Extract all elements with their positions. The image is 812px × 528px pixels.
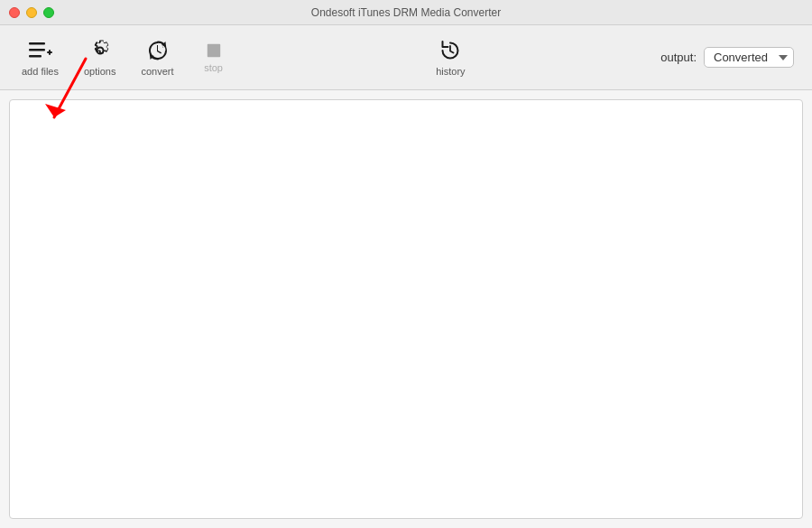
output-section: output: Converted Desktop Downloads Cust… [660,47,803,68]
stop-icon [206,42,222,59]
window-controls[interactable] [9,7,54,18]
maximize-button[interactable] [43,7,54,18]
history-button[interactable]: history [423,32,477,84]
title-bar: Ondesoft iTunes DRM Media Converter [0,0,812,25]
options-button[interactable]: options [71,32,128,84]
svg-rect-2 [29,55,42,58]
options-label: options [84,66,115,77]
svg-rect-0 [29,42,45,45]
stop-button[interactable]: stop [187,35,241,80]
gear-icon [88,39,112,62]
svg-rect-5 [207,43,219,56]
history-icon [438,39,462,62]
svg-rect-4 [49,50,51,55]
content-area [9,99,803,519]
output-label: output: [660,51,697,64]
add-files-label: add files [22,66,59,77]
convert-label: convert [141,66,173,77]
stop-label: stop [204,62,223,73]
output-select[interactable]: Converted Desktop Downloads Custom... [704,47,794,68]
history-label: history [436,66,465,77]
minimize-button[interactable] [26,7,37,18]
close-button[interactable] [9,7,20,18]
app-title: Ondesoft iTunes DRM Media Converter [311,6,501,19]
toolbar: add files options convert [0,25,812,90]
add-files-button[interactable]: add files [9,32,71,84]
svg-rect-1 [29,49,45,51]
add-files-icon [27,39,52,62]
convert-button[interactable]: convert [128,32,186,84]
convert-icon [146,39,170,62]
